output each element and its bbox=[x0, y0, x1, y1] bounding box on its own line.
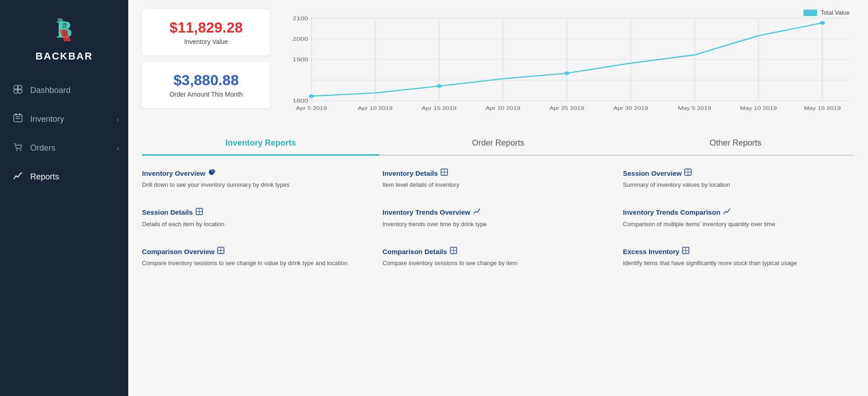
report-desc: Inventory trends over time by drink type bbox=[382, 220, 609, 229]
svg-point-35 bbox=[564, 71, 569, 75]
report-comparison-overview[interactable]: Comparison Overview Compare inventory se… bbox=[142, 247, 373, 272]
order-amount-card: $3,880.88 Order Amount This Month bbox=[142, 62, 270, 108]
report-session-overview[interactable]: Session Overview Summary of inventory va… bbox=[623, 168, 854, 194]
svg-point-33 bbox=[309, 94, 314, 98]
nav-items: Dashboard Inventory ‹ bbox=[0, 76, 128, 396]
svg-point-14 bbox=[20, 150, 22, 151]
orders-label: Orders bbox=[30, 143, 55, 153]
report-title: Session Overview bbox=[623, 168, 850, 178]
dashboard-icon bbox=[13, 84, 23, 97]
report-title: Excess Inventory bbox=[623, 247, 850, 256]
line-chart-icon-2 bbox=[723, 208, 731, 217]
table-icon-5 bbox=[450, 247, 457, 256]
top-section: $11,829.28 Inventory Value $3,880.88 Ord… bbox=[142, 9, 854, 121]
svg-rect-8 bbox=[14, 114, 22, 122]
main-content: $11,829.28 Inventory Value $3,880.88 Ord… bbox=[128, 0, 868, 396]
brand-name: BACKBAR bbox=[35, 50, 93, 62]
svg-text:Apr 25 2019: Apr 25 2019 bbox=[550, 106, 584, 111]
report-inventory-details[interactable]: Inventory Details Item level details of … bbox=[382, 168, 614, 194]
table-icon-6 bbox=[682, 247, 689, 256]
svg-text:2000: 2000 bbox=[293, 36, 308, 42]
svg-text:May 5 2019: May 5 2019 bbox=[678, 106, 711, 111]
svg-text:Apr 20 2019: Apr 20 2019 bbox=[486, 106, 520, 111]
backbar-logo-icon: B bbox=[48, 14, 80, 46]
inventory-chevron: ‹ bbox=[117, 116, 119, 123]
svg-text:May 10 2019: May 10 2019 bbox=[740, 106, 777, 111]
report-session-details[interactable]: Session Details Details of each item by … bbox=[142, 208, 373, 233]
report-comparison-details[interactable]: Comparison Details Compare inventory ses… bbox=[382, 247, 614, 272]
svg-point-34 bbox=[437, 84, 442, 88]
report-title: Inventory Overview bbox=[142, 168, 369, 178]
report-desc: Compare inventory sessions to see change… bbox=[382, 259, 609, 268]
report-inventory-overview[interactable]: Inventory Overview Drill down to see you… bbox=[142, 168, 373, 194]
report-title: Comparison Details bbox=[382, 247, 609, 256]
svg-text:Apr 30 2019: Apr 30 2019 bbox=[613, 106, 648, 111]
report-title: Inventory Trends Comparison bbox=[623, 208, 850, 217]
report-title: Inventory Trends Overview bbox=[382, 208, 609, 217]
reports-icon bbox=[13, 171, 23, 183]
svg-point-36 bbox=[820, 21, 825, 25]
sidebar: B BACKBAR Dashboard bbox=[0, 0, 128, 396]
chart-svg: 2100 2000 1900 1800 Apr 5 2019 Apr 10 20… bbox=[279, 9, 854, 119]
svg-text:1800: 1800 bbox=[293, 98, 308, 103]
tab-order-reports[interactable]: Order Reports bbox=[379, 132, 617, 155]
order-amount-label: Order Amount This Month bbox=[156, 91, 257, 98]
report-tabs: Inventory Reports Order Reports Other Re… bbox=[142, 132, 854, 156]
svg-text:Apr 5 2019: Apr 5 2019 bbox=[296, 106, 327, 111]
table-icon-2 bbox=[684, 168, 692, 178]
report-title: Inventory Details bbox=[382, 168, 609, 178]
report-desc: Drill down to see your inventory summary… bbox=[142, 180, 369, 190]
inventory-icon bbox=[13, 113, 23, 125]
report-desc: Summary of inventory values by location bbox=[623, 180, 850, 190]
table-icon-4 bbox=[217, 247, 224, 256]
svg-text:May 15 2019: May 15 2019 bbox=[804, 106, 841, 111]
report-grid: Inventory Overview Drill down to see you… bbox=[142, 168, 854, 272]
stat-cards: $11,829.28 Inventory Value $3,880.88 Ord… bbox=[142, 9, 270, 121]
report-excess-inventory[interactable]: Excess Inventory Identify items that hav… bbox=[623, 247, 854, 272]
pie-chart-icon bbox=[208, 168, 215, 178]
inventory-value-label: Inventory Value bbox=[156, 38, 257, 45]
tab-inventory-reports[interactable]: Inventory Reports bbox=[142, 132, 379, 156]
sidebar-item-reports[interactable]: Reports bbox=[0, 163, 128, 191]
svg-text:2100: 2100 bbox=[293, 16, 308, 21]
legend-color-box bbox=[803, 10, 817, 16]
chart-legend: Total Value bbox=[803, 9, 850, 16]
sidebar-item-dashboard[interactable]: Dashboard bbox=[0, 76, 128, 105]
dashboard-label: Dashboard bbox=[30, 86, 71, 95]
orders-icon bbox=[13, 142, 23, 154]
line-chart-icon bbox=[473, 208, 480, 217]
chart-area: Total Value 2100 bbox=[279, 9, 854, 121]
orders-chevron: ‹ bbox=[117, 145, 119, 152]
report-desc: Compare inventory sessions to see change… bbox=[142, 259, 369, 268]
report-desc: Item level details of inventory bbox=[382, 180, 609, 190]
report-title: Comparison Overview bbox=[142, 247, 369, 256]
svg-text:Apr 10 2019: Apr 10 2019 bbox=[358, 106, 393, 111]
table-icon-3 bbox=[196, 208, 203, 217]
svg-text:1900: 1900 bbox=[293, 57, 308, 62]
tab-other-reports[interactable]: Other Reports bbox=[617, 132, 854, 155]
report-inventory-trends-comparison[interactable]: Inventory Trends Comparison Comparison o… bbox=[623, 208, 854, 233]
inventory-label: Inventory bbox=[30, 114, 64, 124]
legend-label: Total Value bbox=[821, 9, 850, 16]
report-title: Session Details bbox=[142, 208, 369, 217]
reports-label: Reports bbox=[30, 172, 59, 182]
table-icon bbox=[441, 168, 448, 178]
sidebar-logo: B BACKBAR bbox=[0, 0, 128, 71]
report-desc: Details of each item by location bbox=[142, 220, 369, 229]
sidebar-item-inventory[interactable]: Inventory ‹ bbox=[0, 105, 128, 134]
svg-rect-11 bbox=[15, 114, 17, 115]
inventory-value-card: $11,829.28 Inventory Value bbox=[142, 9, 270, 55]
order-amount: $3,880.88 bbox=[156, 72, 257, 89]
svg-rect-12 bbox=[19, 114, 21, 115]
svg-text:Apr 15 2019: Apr 15 2019 bbox=[422, 106, 457, 111]
report-desc: Identify items that have significantly m… bbox=[623, 259, 850, 268]
inventory-value: $11,829.28 bbox=[156, 19, 257, 36]
sidebar-item-orders[interactable]: Orders ‹ bbox=[0, 134, 128, 163]
report-inventory-trends-overview[interactable]: Inventory Trends Overview Inventory tren… bbox=[382, 208, 614, 233]
svg-point-13 bbox=[16, 150, 18, 151]
report-desc: Comparison of multiple items' inventory … bbox=[623, 220, 850, 229]
